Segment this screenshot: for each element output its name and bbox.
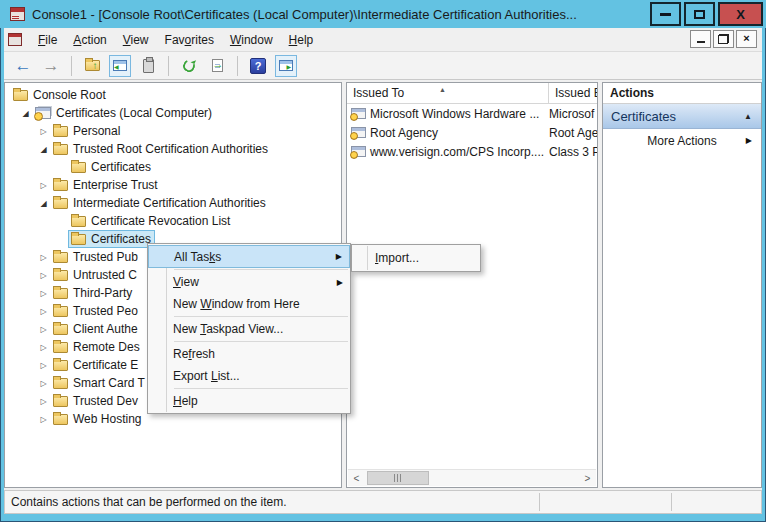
close-button[interactable]: X bbox=[718, 2, 763, 26]
expander-icon[interactable]: ▷ bbox=[37, 397, 50, 406]
actions-pane-title: Actions bbox=[603, 83, 761, 104]
scrollbar-thumb[interactable] bbox=[367, 471, 429, 485]
tree-label: Enterprise Trust bbox=[73, 178, 158, 192]
expander-icon[interactable]: ▷ bbox=[37, 361, 50, 370]
folder-icon bbox=[13, 90, 28, 101]
expander-icon[interactable]: ▷ bbox=[37, 307, 50, 316]
certificate-icon bbox=[351, 108, 366, 119]
expander-icon[interactable]: ▷ bbox=[37, 253, 50, 262]
context-menu-item-view[interactable]: View ▶ bbox=[148, 271, 350, 293]
refresh-button[interactable] bbox=[178, 55, 200, 77]
status-bar: Contains actions that can be performed o… bbox=[4, 490, 762, 514]
context-menu-item-new-taskpad-view[interactable]: New Taskpad View... bbox=[148, 318, 350, 340]
forward-icon: → bbox=[43, 57, 60, 74]
expander-icon[interactable]: ▷ bbox=[37, 325, 50, 334]
toolbar-separator bbox=[168, 56, 169, 76]
tree-item-personal[interactable]: ▷Personal bbox=[5, 122, 341, 140]
submenu-item-import[interactable]: Import... bbox=[352, 247, 480, 269]
menu-window[interactable]: Window bbox=[222, 30, 281, 50]
expander-icon[interactable]: ▷ bbox=[37, 181, 50, 190]
issued-by-value: Microsof bbox=[549, 107, 597, 121]
expander-icon[interactable]: ▷ bbox=[37, 271, 50, 280]
back-button[interactable]: ← bbox=[12, 55, 34, 77]
child-minimize-icon bbox=[697, 41, 705, 43]
menu-view[interactable]: View bbox=[115, 30, 157, 50]
list-row-root-agency[interactable]: Root Agency Root Age bbox=[347, 123, 597, 142]
up-one-level-button[interactable]: ↑ bbox=[81, 55, 103, 77]
more-actions-label: More Actions bbox=[647, 134, 716, 148]
tree-label: Client Authe bbox=[73, 322, 138, 336]
context-menu-item-new-window-from-here[interactable]: New Window from Here bbox=[148, 293, 350, 315]
actions-section-certificates[interactable]: Certificates ▲ bbox=[603, 104, 761, 129]
folder-icon bbox=[53, 144, 68, 155]
tree-label: Certificates bbox=[91, 232, 151, 246]
column-header-issued-to[interactable]: Issued To ▲ bbox=[347, 83, 549, 103]
expander-icon[interactable]: ◢ bbox=[19, 109, 32, 118]
submenu-arrow-icon: ▶ bbox=[337, 278, 343, 287]
context-menu-item-all-tasks[interactable]: All Tasks ▶ bbox=[148, 245, 350, 268]
list-row-microsoft-windows-hardware[interactable]: Microsoft Windows Hardware ... Microsof bbox=[347, 104, 597, 123]
scrollbar-track[interactable] bbox=[365, 470, 579, 486]
expander-icon[interactable]: ▷ bbox=[37, 127, 50, 136]
scroll-right-button[interactable]: > bbox=[579, 470, 596, 486]
menu-action[interactable]: Action bbox=[65, 30, 114, 50]
tree-label: Web Hosting bbox=[73, 412, 141, 426]
maximize-button[interactable] bbox=[684, 2, 715, 26]
expander-icon[interactable]: ▷ bbox=[37, 415, 50, 424]
help-button[interactable]: ? bbox=[247, 55, 269, 77]
folder-icon bbox=[71, 216, 86, 227]
menu-file[interactable]: File bbox=[30, 30, 65, 50]
show-console-tree-button[interactable] bbox=[109, 55, 131, 77]
scroll-left-button[interactable]: < bbox=[348, 470, 365, 486]
menu-item-label: Help bbox=[173, 394, 198, 408]
expander-icon[interactable]: ▷ bbox=[37, 289, 50, 298]
tree-label: Smart Card T bbox=[73, 376, 145, 390]
list-row-verisign[interactable]: www.verisign.com/CPS Incorp.... Class 3 … bbox=[347, 142, 597, 161]
tree-item-console-root[interactable]: Console Root bbox=[5, 86, 341, 104]
show-action-pane-button[interactable] bbox=[275, 55, 297, 77]
menu-help[interactable]: Help bbox=[281, 30, 322, 50]
menu-item-label: All Tasks bbox=[174, 250, 221, 264]
child-close-button[interactable]: × bbox=[736, 30, 757, 48]
issued-to-value: www.verisign.com/CPS Incorp.... bbox=[370, 145, 544, 159]
child-close-icon: × bbox=[743, 33, 749, 44]
menu-item-label: Refresh bbox=[173, 347, 215, 361]
child-minimize-button[interactable] bbox=[690, 30, 711, 48]
context-menu-item-help[interactable]: Help bbox=[148, 390, 350, 412]
menu-favorites[interactable]: Favorites bbox=[157, 30, 222, 50]
context-menu-item-refresh[interactable]: Refresh bbox=[148, 343, 350, 365]
export-list-button[interactable]: → bbox=[206, 55, 228, 77]
tree-item-intermediate-certification-authorities[interactable]: ◢Intermediate Certification Authorities bbox=[5, 194, 341, 212]
clipboard-button[interactable] bbox=[137, 55, 159, 77]
tree-item-certificates-local-computer[interactable]: ◢Certificates (Local Computer) bbox=[5, 104, 341, 122]
expander-icon[interactable]: ▷ bbox=[37, 343, 50, 352]
expander-icon[interactable]: ▷ bbox=[37, 379, 50, 388]
tree-item-certificates[interactable]: Certificates bbox=[5, 158, 341, 176]
tree-item-certificate-revocation-list[interactable]: Certificate Revocation List bbox=[5, 212, 341, 230]
collapse-section-icon[interactable]: ▲ bbox=[744, 112, 752, 121]
horizontal-scrollbar[interactable]: < > bbox=[348, 469, 596, 486]
menu-item-label: Export List... bbox=[173, 369, 240, 383]
tree-label: Third-Party bbox=[73, 286, 132, 300]
expander-icon[interactable]: ◢ bbox=[37, 145, 50, 154]
folder-icon bbox=[53, 396, 68, 407]
folder-icon bbox=[53, 306, 68, 317]
certificates-list-pane: Issued To ▲ Issued By Microsoft Windows … bbox=[346, 82, 598, 488]
folder-icon bbox=[53, 198, 68, 209]
expander-icon[interactable]: ◢ bbox=[37, 199, 50, 208]
child-restore-button[interactable] bbox=[713, 30, 734, 48]
clipboard-icon bbox=[143, 59, 154, 73]
minimize-button[interactable] bbox=[650, 2, 681, 26]
tree-label: Console Root bbox=[33, 88, 106, 102]
forward-button[interactable]: → bbox=[40, 55, 62, 77]
tree-item-enterprise-trust[interactable]: ▷Enterprise Trust bbox=[5, 176, 341, 194]
tree-item-trusted-root-certification-authorities[interactable]: ◢Trusted Root Certification Authorities bbox=[5, 140, 341, 158]
more-actions-item[interactable]: More Actions ▶ bbox=[603, 129, 761, 152]
context-menu-item-export-list[interactable]: Export List... bbox=[148, 365, 350, 387]
title-bar[interactable]: Console1 - [Console Root\Certificates (L… bbox=[0, 0, 766, 28]
menu-item-label: Import... bbox=[375, 251, 419, 265]
all-tasks-submenu: Import... bbox=[351, 244, 481, 272]
menu-item-label: New Window from Here bbox=[173, 297, 300, 311]
tree-label: Trusted Dev bbox=[73, 394, 138, 408]
column-header-issued-by[interactable]: Issued By bbox=[549, 83, 597, 103]
